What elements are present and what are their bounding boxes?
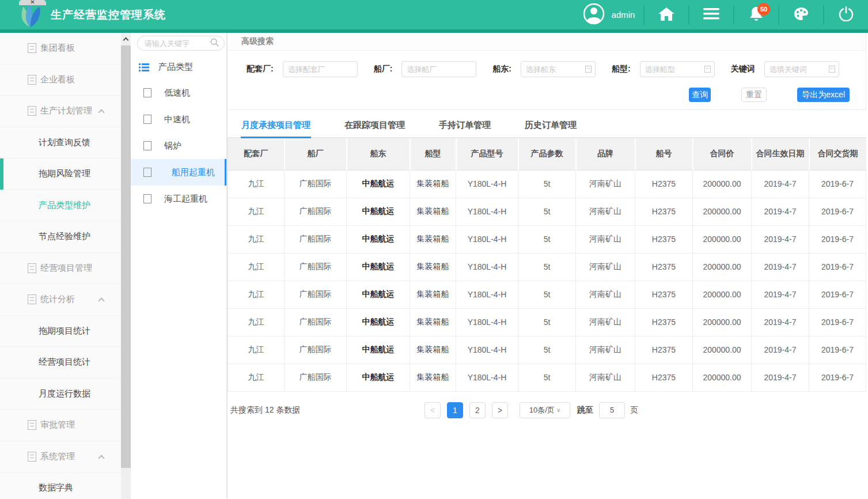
avatar: [583, 3, 605, 27]
jump-page-suffix: 页: [630, 405, 638, 415]
tree-root-product-type[interactable]: 产品类型: [131, 62, 226, 73]
table-cell: 广船国际: [285, 225, 347, 253]
table-cell: 5t: [518, 198, 576, 225]
table-cell: 中船航运: [347, 281, 410, 308]
sidebar-item-statistics[interactable]: 统计分析: [0, 284, 121, 316]
tree-item-boiler[interactable]: 锅炉: [131, 133, 226, 159]
sidebar-item-label: 企业看板: [40, 74, 75, 85]
table-cell: 中船航运: [347, 170, 410, 198]
table-cell: 河南矿山: [576, 364, 635, 391]
sidebar-item-data-dictionary[interactable]: 数据字典: [0, 472, 121, 499]
sidebar-item-label: 产品类型维护: [39, 200, 90, 211]
table-cell: 2019-4-7: [752, 198, 809, 225]
table-cell: 200000.00: [693, 364, 752, 391]
tree-item-marine-crane[interactable]: 船用起重机: [131, 159, 226, 186]
search-form: 配套厂: 船厂: 船东:: [247, 61, 866, 77]
home-button[interactable]: [645, 0, 688, 29]
shipyard-input[interactable]: [401, 61, 476, 77]
sidebar-scrollbar[interactable]: [121, 33, 131, 499]
menu-toggle-button[interactable]: [689, 0, 733, 29]
table-cell: H2375: [635, 336, 693, 364]
keyword-input[interactable]: [764, 61, 839, 77]
search-icon: [210, 38, 219, 49]
shiptype-input[interactable]: [640, 61, 715, 77]
sidebar-item-approval[interactable]: 审批管理: [0, 410, 121, 441]
col-header: 合同交货期: [809, 138, 866, 170]
missing-glyph-icon: [28, 452, 36, 462]
tree-item-label: 中速机: [164, 114, 190, 125]
tree-item-low-speed-engine[interactable]: 低速机: [131, 80, 226, 106]
supplier-input[interactable]: [283, 61, 358, 77]
tab-holding-orders[interactable]: 手持订单管理: [438, 115, 491, 138]
missing-glyph-icon: [143, 168, 151, 177]
browser-tab-close-icon[interactable]: ✕: [19, 0, 46, 5]
jump-page-input[interactable]: [599, 402, 625, 418]
sidebar: 集团看板 企业看板 生产计划管理 计划查询反馈 拖期风险管理: [0, 33, 131, 499]
sidebar-item-product-type[interactable]: 产品类型维护: [0, 190, 121, 222]
sidebar-item-system[interactable]: 系统管理: [0, 441, 121, 473]
table-cell: 广船国际: [285, 364, 347, 391]
tree-item-medium-speed-engine[interactable]: 中速机: [131, 106, 226, 133]
missing-glyph-icon[interactable]: [704, 66, 711, 73]
table-cell: 2019-6-7: [809, 198, 866, 225]
sidebar-item-business-stats[interactable]: 经营项目统计: [0, 347, 121, 379]
tab-tracking-projects[interactable]: 在跟踪项目管理: [344, 115, 405, 138]
col-header: 合同生效日期: [752, 138, 809, 170]
notifications-button[interactable]: 50: [734, 0, 778, 29]
table-cell: 中船航运: [347, 225, 410, 253]
sidebar-item-production-plan[interactable]: 生产计划管理: [0, 96, 121, 127]
tab-history-orders[interactable]: 历史订单管理: [524, 115, 577, 138]
sidebar-nav: 集团看板 企业看板 生产计划管理 计划查询反馈 拖期风险管理: [0, 33, 121, 499]
page-button-1[interactable]: 1: [447, 402, 463, 418]
tree-search-input[interactable]: [145, 39, 210, 48]
tree-item-offshore-crane[interactable]: 海工起重机: [131, 186, 226, 212]
hamburger-icon: [703, 8, 719, 22]
sidebar-item-business-project[interactable]: 经营项目管理: [0, 253, 121, 285]
query-button[interactable]: 查询: [689, 88, 711, 102]
table-cell: 2019-6-7: [809, 253, 866, 281]
table-cell: 九江: [228, 225, 285, 253]
sidebar-item-label: 集团看板: [40, 43, 75, 54]
sidebar-item-node-experience[interactable]: 节点经验维护: [0, 221, 121, 253]
table-cell: Y180L-4-H: [456, 225, 518, 253]
reset-button[interactable]: 重置: [741, 88, 767, 102]
theme-button[interactable]: [779, 0, 823, 29]
export-excel-button[interactable]: 导出为excel: [797, 88, 850, 102]
sidebar-item-label: 拖期风险管理: [39, 168, 90, 179]
sidebar-item-group-board[interactable]: 集团看板: [0, 33, 121, 65]
page-size-select[interactable]: 10条/页 ∨: [520, 402, 570, 418]
missing-glyph-icon[interactable]: [829, 66, 835, 73]
notification-badge: 50: [757, 3, 770, 16]
sidebar-item-plan-query[interactable]: 计划查询反馈: [0, 127, 121, 159]
prev-page-button[interactable]: <: [424, 402, 441, 418]
sidebar-item-monthly-data[interactable]: 月度运行数据: [0, 379, 121, 410]
next-page-button[interactable]: >: [492, 402, 508, 418]
table-row: 九江广船国际中船航运集装箱船Y180L-4-H5t河南矿山H2375200000…: [228, 364, 866, 391]
sidebar-item-delay-stats[interactable]: 拖期项目统计: [0, 316, 121, 347]
tab-monthly-projects[interactable]: 月度承接项目管理: [241, 115, 311, 138]
table-cell: 河南矿山: [576, 170, 635, 198]
tree-search-box[interactable]: [137, 36, 225, 51]
table-cell: 2019-4-7: [752, 225, 809, 253]
sidebar-item-delay-risk[interactable]: 拖期风险管理: [0, 158, 121, 190]
scrollbar-thumb[interactable]: [121, 46, 131, 468]
table-cell: 5t: [518, 308, 576, 336]
chevron-down-icon: ∨: [556, 407, 560, 413]
search-buttons: 查询 重置 导出为excel: [228, 88, 850, 102]
field-label: 配套厂:: [247, 64, 274, 74]
shipowner-input[interactable]: [521, 61, 596, 77]
logout-button[interactable]: [824, 0, 868, 29]
user-menu[interactable]: admin: [574, 0, 643, 29]
table-cell: 中船航运: [347, 253, 410, 281]
missing-glyph-icon[interactable]: [585, 66, 592, 73]
table-cell: 集装箱船: [410, 253, 456, 281]
page-button-2[interactable]: 2: [469, 402, 486, 418]
tree-items: 低速机 中速机 锅炉 船用起重机 海工起重机: [131, 80, 226, 212]
sidebar-item-enterprise-board[interactable]: 企业看板: [0, 65, 121, 96]
table-cell: 中船航运: [347, 336, 410, 364]
advanced-search-title: 高级搜索: [228, 33, 866, 51]
table-cell: Y180L-4-H: [456, 253, 518, 281]
scroll-up-button[interactable]: [121, 33, 131, 44]
table-cell: 广船国际: [285, 336, 347, 364]
table-cell: 河南矿山: [576, 198, 635, 225]
